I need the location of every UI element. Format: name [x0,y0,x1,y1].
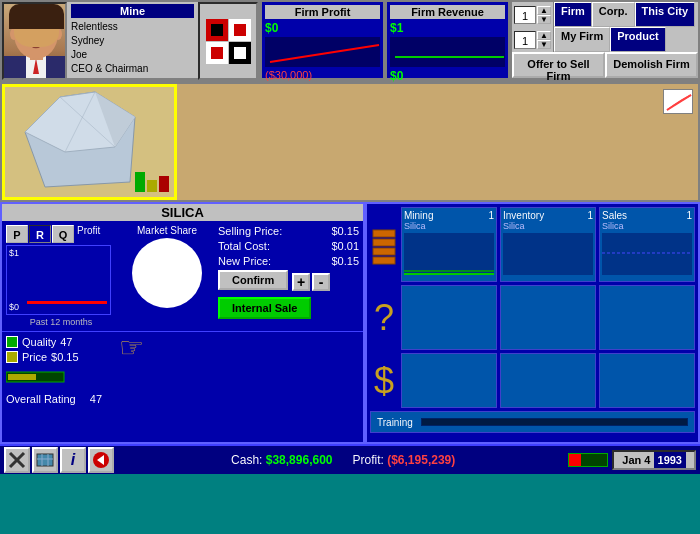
nav-this-city-btn[interactable]: This City [635,2,695,27]
map-icon[interactable] [32,447,58,473]
nav-my-firm-btn[interactable]: My Firm [554,27,610,52]
spin-down-2[interactable]: ▼ [537,40,551,49]
mining-num: 1 [488,210,494,221]
firm-profit-title: Firm Profit [265,5,380,19]
overall-label: Overall Rating [6,393,76,405]
product-display [2,84,177,200]
price-qual-val: $0.15 [51,351,79,363]
pricing-section: Selling Price: $0.15 Total Cost: $0.01 N… [218,225,359,327]
market-share-section: Market Share [122,225,212,327]
graph-high: $1 [9,248,19,258]
profit-label: Profit: [353,453,384,467]
quality-section: Quality 47 Price $0.15 [2,331,363,409]
sales-label: Sales [602,210,627,221]
firm-num1: 1 [514,6,536,24]
new-price-val: $0.15 [331,255,359,267]
svg-rect-32 [8,374,36,380]
mining-chart [404,233,494,275]
confirm-button[interactable]: Confirm [218,270,288,290]
hand-cursor-icon: ☞ [119,331,144,364]
firm-num2: 1 [514,31,536,49]
svg-point-6 [25,29,31,35]
new-price-label: New Price: [218,255,271,267]
svg-rect-36 [373,257,395,264]
dollar-icon: $ [374,363,394,399]
mining-label: Mining [404,210,433,221]
mining-sub: Silica [404,221,494,231]
internal-sale-button[interactable]: Internal Sale [218,297,311,319]
firm-profit-panel: Firm Profit $0 ($30,000) Past 12 months [260,0,385,80]
svg-rect-34 [373,239,395,246]
nav-firm-btn[interactable]: Firm [554,2,592,27]
silica-panel: SILICA P R Q Profit $1 $0 Past 12 months [0,202,365,444]
firm-revenue-title: Firm Revenue [390,5,505,19]
quality-val: 47 [60,336,72,348]
empty-box-3 [599,285,695,350]
spin-up-1[interactable]: ▲ [537,6,551,15]
mine-label: Mine [71,4,194,18]
profile-title: CEO & Chairman [71,62,194,76]
price-icon [6,351,18,363]
total-cost-val: $0.01 [331,240,359,252]
svg-point-12 [54,28,62,40]
firm-revenue-current: $1 [390,21,505,35]
svg-point-5 [13,4,59,28]
spin-up-2[interactable]: ▲ [537,31,551,40]
tab-q[interactable]: Q [52,225,74,243]
firm-profit-past-val: ($30,000) [265,69,380,81]
demolish-btn[interactable]: Demolish Firm [605,52,698,78]
bottom-icons: i [0,447,118,473]
avatar [2,2,67,80]
svg-rect-17 [211,24,223,36]
training-progress [421,418,688,426]
date-label: Jan 4 [622,454,650,466]
sales-box: Sales 1 Silica [599,207,695,282]
progress-bar [568,453,608,467]
nav-product-btn[interactable]: Product [610,27,666,52]
offer-sell-btn[interactable]: Offer to Sell Firm [512,52,605,78]
mini-trend-chart [663,89,693,114]
svg-rect-41 [37,454,53,466]
nav-corp-btn[interactable]: Corp. [592,2,635,27]
graph-low: $0 [9,302,19,312]
svg-rect-35 [373,248,395,255]
prq-section: P R Q Profit $1 $0 Past 12 months [6,225,116,327]
profile-info: Mine Relentless Sydney Joe CEO & Chairma… [67,2,198,78]
profile-name3: Joe [71,48,194,62]
middle-empty [177,84,698,200]
svg-rect-20 [234,47,246,59]
stack-icon-col [370,207,398,282]
empty-box-5 [500,353,596,408]
bottom-stats: Cash: $38,896,600 Profit: ($6,195,239) [118,453,568,467]
mining-box: Mining 1 Silica [401,207,497,282]
firm-revenue-panel: Firm Revenue $1 $0 Past 12 months [385,0,510,80]
tools-icon[interactable] [4,447,30,473]
cash-label: Cash: [231,453,262,467]
svg-rect-33 [373,230,395,237]
inventory-box: Inventory 1 Silica [500,207,596,282]
firm-spinner-1[interactable]: 1 ▲ ▼ [512,2,554,27]
svg-point-9 [42,30,46,34]
svg-line-21 [270,45,379,62]
tab-r[interactable]: R [29,225,51,243]
inventory-sub: Silica [503,221,593,231]
dollar-icon-col: $ [370,353,398,408]
info-icon[interactable]: i [60,447,86,473]
sales-num: 1 [686,210,692,221]
price-increase-btn[interactable]: + [292,273,310,291]
graph-period: Past 12 months [6,317,116,327]
progress-fill [569,454,580,466]
back-icon[interactable] [88,447,114,473]
year-label: 1993 [654,452,686,468]
quality-label: Quality [22,336,56,348]
tab-p[interactable]: P [6,225,28,243]
empty-box-2 [500,285,596,350]
firm-spinner-2[interactable]: 1 ▲ ▼ [512,27,554,52]
price-decrease-btn[interactable]: - [312,273,330,291]
date-display: Jan 4 1993 [612,450,696,470]
training-bar: Training [370,411,695,433]
spin-down-1[interactable]: ▼ [537,15,551,24]
bottom-bar: i Cash: $38,896,600 Profit: ($6,195,239)… [0,444,700,474]
svg-point-8 [26,30,30,34]
product-bar-chart [135,172,169,192]
